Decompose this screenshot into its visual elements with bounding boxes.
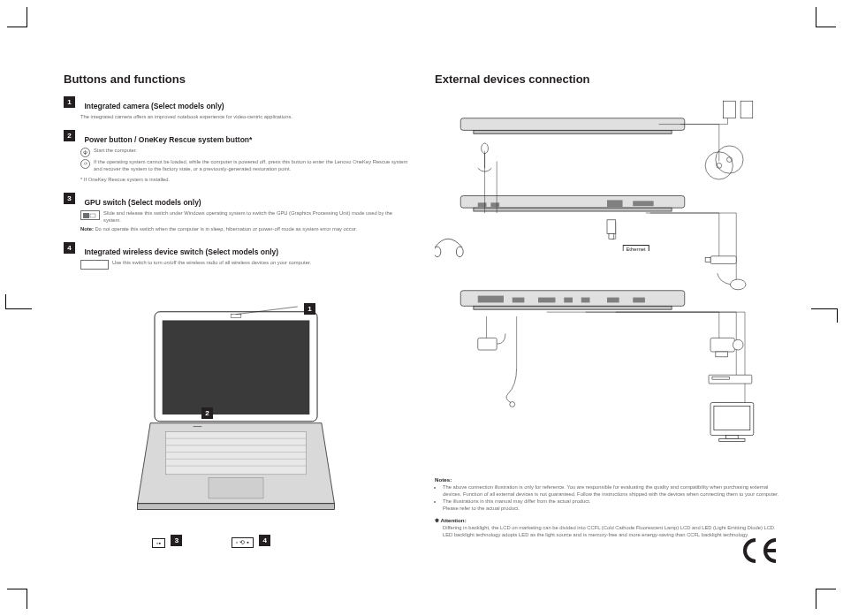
right-heading: External devices connection [435,72,779,86]
svg-rect-31 [607,298,619,303]
crop-mark-br [816,589,836,609]
svg-rect-44 [609,233,614,239]
wireless-switch-icon [80,260,109,270]
svg-rect-54 [712,376,730,379]
item-3: 3 GPU switch (Select models only) Slide … [64,193,408,232]
svg-rect-27 [513,298,525,303]
attention-body: Differing in backlight, the LCD on marke… [435,525,779,538]
svg-rect-58 [719,438,745,441]
svg-rect-8 [209,477,263,498]
svg-rect-7 [166,431,307,474]
switch-3-icon: ▫▪ [152,538,165,548]
svg-rect-45 [710,256,736,264]
svg-rect-3 [163,320,310,414]
note-1: The above connection illustration is onl… [443,484,779,498]
note-2: The illustrations in this manual may dif… [443,498,779,512]
disc-icon [705,146,743,179]
num-2: 2 [64,130,75,141]
item-1-title: Integrated camera (Select models only) [84,102,224,110]
crop-mark-mr [811,308,838,309]
num-3: 3 [64,193,75,204]
ethernet-connector-icon [607,220,616,239]
rescue-icon: ⟳ [80,159,90,169]
callout-4: 4 [259,535,270,546]
item-2: 2 Power button / OneKey Rescue system bu… [64,130,408,184]
svg-line-14 [236,307,298,315]
item-1-desc: The integrated camera offers an improved… [80,114,408,121]
item-4-desc: Use this switch to turn on/off the wirel… [112,260,311,270]
laptop-illustration: 1 2 ▫▪ 3 ▫ ⟲ ▪ 4 [64,305,408,531]
svg-rect-1 [90,214,95,217]
svg-rect-46 [705,258,710,262]
right-column: External devices connection [435,72,779,561]
power-adapter-icon [478,334,505,351]
svg-point-36 [456,247,463,257]
item-4: 4 Integrated wireless device switch (Sel… [64,242,408,270]
svg-rect-43 [607,220,616,234]
svg-rect-38 [740,101,753,118]
camcorder-icon [710,338,743,356]
crop-mark-ml2 [5,294,6,308]
svg-rect-4 [231,314,241,317]
callout-1: 1 [304,303,315,315]
svg-rect-0 [83,213,89,218]
svg-point-41 [716,146,743,173]
crop-mark-bl [7,589,27,609]
svg-rect-22 [478,202,487,207]
svg-rect-23 [490,202,499,207]
notes-block: Notes: The above connection illustration… [435,476,779,538]
ethernet-label: Ethernet [623,245,649,251]
left-column: Buttons and functions 1 Integrated camer… [64,72,408,561]
svg-rect-32 [633,298,645,303]
item-1: 1 Integrated camera (Select models only)… [64,96,408,121]
svg-rect-29 [564,298,573,303]
crop-mark-tr [816,7,836,27]
item-3-desc: Slide and release this switch under Wind… [103,210,408,224]
dvd-player-icon [709,375,752,384]
attention-heading: ❋ Attention: [435,517,779,523]
svg-rect-37 [724,101,736,118]
callout-3: 3 [171,535,182,546]
svg-rect-57 [726,436,739,439]
svg-rect-19 [474,208,672,211]
svg-rect-48 [478,338,497,350]
ce-mark-icon [740,537,779,570]
item-2-title: Power button / OneKey Rescue system butt… [84,135,252,144]
svg-rect-16 [460,118,685,131]
left-heading: Buttons and functions [64,72,408,86]
crop-mark-mr2 [837,308,838,323]
crop-mark-tl [7,7,27,27]
num-4: 4 [64,242,75,254]
microphone-icon [478,143,492,171]
svg-rect-50 [710,338,734,352]
svg-rect-28 [538,298,556,303]
item-2-sub1: Start the computer. [94,148,137,157]
gpu-switch-icon [80,210,100,220]
notes-heading: Notes: [435,476,779,483]
item-3-note: Do not operate this switch when the comp… [95,226,357,232]
mouse-icon [718,273,746,290]
svg-rect-17 [474,130,672,133]
item-4-title: Integrated wireless device switch (Selec… [84,247,278,256]
item-2-sub2: If the operating system cannot be loaded… [94,159,408,173]
svg-point-49 [510,402,515,407]
svg-point-47 [730,279,746,290]
item-3-title: GPU switch (Select models only) [84,198,201,207]
callout-2: 2 [201,407,213,419]
switch-4-icon: ▫ ⟲ ▪ [232,537,254,548]
svg-rect-56 [714,406,750,430]
svg-point-35 [435,247,441,257]
power-icon: ⏻ [80,148,90,157]
monitor-icon [710,403,754,442]
usb-stick-icon [705,256,736,264]
svg-rect-21 [474,306,672,309]
item-2-foot: * If OneKey Rescue system is installed. [80,177,408,184]
laptop-svg [99,305,373,528]
svg-rect-6 [138,503,335,509]
item-3-note-label: Note: [80,226,94,232]
crop-mark-ml [5,308,32,309]
svg-rect-24 [607,200,623,207]
num-1: 1 [64,96,75,108]
svg-rect-26 [478,296,504,303]
svg-rect-25 [633,201,653,206]
